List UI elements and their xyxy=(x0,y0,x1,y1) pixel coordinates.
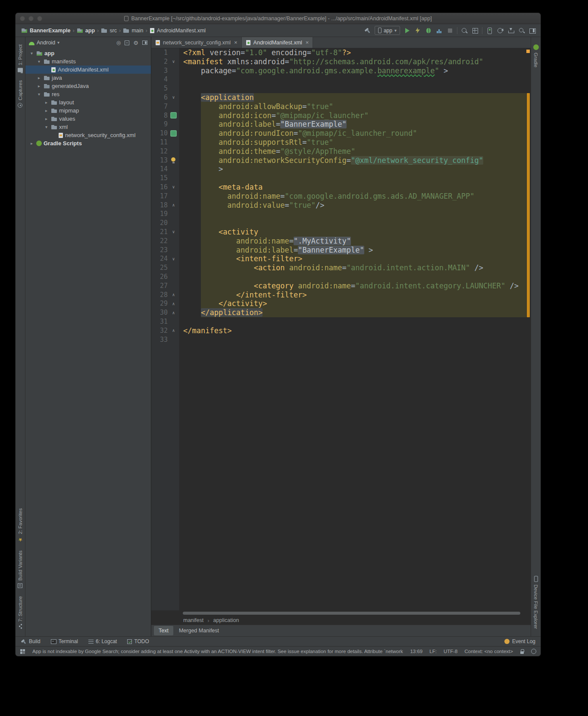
tree-item-res[interactable]: res xyxy=(25,90,151,98)
run-icon[interactable] xyxy=(403,27,411,34)
fold-marker[interactable] xyxy=(172,257,175,261)
breadcrumb-androidmanifest-xml[interactable]: AndroidManifest.xml xyxy=(148,28,207,34)
build-hammer-icon[interactable] xyxy=(364,27,372,34)
code-line-18[interactable]: android:value="true"/> xyxy=(183,201,519,210)
hide-panel-icon[interactable] xyxy=(142,41,147,45)
fold-marker[interactable] xyxy=(172,230,175,234)
window-titlebar[interactable]: BannerExample [~/src/github/android-exam… xyxy=(16,13,541,24)
close-icon[interactable] xyxy=(306,39,309,46)
code-line-24[interactable]: <intent-filter> xyxy=(183,254,519,263)
event-log-button[interactable]: Event Log xyxy=(504,638,535,644)
gradle-sync-icon[interactable] xyxy=(496,27,504,34)
view-tab-merged-manifest[interactable]: Merged Manifest xyxy=(174,626,224,635)
search-everywhere-icon[interactable] xyxy=(518,27,525,34)
minimize-button[interactable] xyxy=(28,16,34,21)
toolwindow-button-captures[interactable]: Captures xyxy=(18,76,23,112)
fold-marker[interactable] xyxy=(172,95,175,100)
code-line-7[interactable]: android:allowBackup="true" xyxy=(183,102,519,111)
fold-marker[interactable] xyxy=(172,59,175,64)
toolwindow-button-build[interactable]: Build xyxy=(21,638,41,644)
fold-marker[interactable] xyxy=(172,185,175,189)
chevron-right-icon[interactable] xyxy=(36,84,42,88)
collapse-all-icon[interactable] xyxy=(125,41,129,45)
line-separator-widget[interactable]: LF: xyxy=(429,649,437,654)
chevron-down-icon[interactable] xyxy=(57,41,59,45)
tree-item-xml[interactable]: xml xyxy=(25,123,151,131)
view-tab-text[interactable]: Text xyxy=(154,626,173,635)
code-line-11[interactable]: android:supportsRtl="true" xyxy=(183,138,519,147)
chevron-right-icon[interactable] xyxy=(44,116,49,121)
code-line-31[interactable] xyxy=(183,317,519,326)
code-line-2[interactable]: <manifest xmlns:android="http://schemas.… xyxy=(183,57,519,66)
code-line-25[interactable]: <action android:name="android.intent.act… xyxy=(183,263,519,272)
toolwindow-button-terminal[interactable]: Terminal xyxy=(51,638,78,644)
launcher-icon-preview[interactable] xyxy=(170,112,177,119)
readonly-lock-icon[interactable] xyxy=(520,649,524,654)
tree-item-androidmanifest-xml[interactable]: AndroidManifest.xml xyxy=(25,66,151,74)
settings-icon[interactable] xyxy=(133,40,138,46)
code-line-33[interactable] xyxy=(183,335,519,344)
tree-item-java[interactable]: java xyxy=(25,74,151,82)
code-line-13[interactable]: android:networkSecurityConfig="@xml/netw… xyxy=(183,156,519,165)
breadcrumb-app[interactable]: app xyxy=(75,28,96,34)
tree-item-layout[interactable]: layout xyxy=(25,98,151,106)
tree-item-values[interactable]: values xyxy=(25,115,151,123)
chevron-down-icon[interactable] xyxy=(36,59,42,64)
code-line-20[interactable] xyxy=(183,219,519,228)
stop-icon[interactable] xyxy=(446,27,454,34)
toolwindow-button-7-structure[interactable]: 7: Structure xyxy=(18,592,23,633)
toolwindow-switcher-icon[interactable] xyxy=(20,649,25,654)
chevron-down-icon[interactable] xyxy=(29,51,34,56)
chevron-right-icon[interactable] xyxy=(44,108,49,113)
code-line-12[interactable]: android:theme="@style/AppTheme" xyxy=(183,147,519,156)
code-line-4[interactable] xyxy=(183,75,519,84)
xml-breadcrumb-manifest[interactable]: manifest xyxy=(183,617,203,623)
xml-breadcrumb-application[interactable]: application xyxy=(213,617,239,623)
toolwindow-button-todo[interactable]: TODO xyxy=(127,638,149,644)
project-structure-icon[interactable] xyxy=(529,27,536,34)
code-editor[interactable]: 1234567891011121314151617181920212223242… xyxy=(151,48,531,610)
fold-marker[interactable] xyxy=(172,293,175,297)
code-line-3[interactable]: package="com.google.android.gms.example.… xyxy=(183,66,519,75)
tree-item-manifests[interactable]: manifests xyxy=(25,57,151,66)
close-button[interactable] xyxy=(20,16,25,21)
chevron-right-icon[interactable] xyxy=(36,75,42,80)
code-line-6[interactable]: <application xyxy=(183,93,519,102)
code-line-26[interactable] xyxy=(183,272,519,281)
code-line-19[interactable] xyxy=(183,209,519,219)
tree-item-app[interactable]: app xyxy=(25,49,151,57)
locate-file-icon[interactable] xyxy=(116,40,121,45)
inspection-status-marker[interactable] xyxy=(526,50,530,53)
launcher-icon-preview[interactable] xyxy=(170,130,177,137)
code-line-17[interactable]: android:name="com.google.android.gms.ads… xyxy=(183,192,519,201)
editor-tab-androidmanifest-xml[interactable]: AndroidManifest.xml xyxy=(242,37,313,48)
code-line-10[interactable]: android:roundIcon="@mipmap/ic_launcher_r… xyxy=(183,129,519,138)
breadcrumb-main[interactable]: main xyxy=(122,28,144,34)
breadcrumb-bannerexample[interactable]: BannerExample xyxy=(20,28,72,34)
encoding-widget[interactable]: UTF-8 xyxy=(444,649,458,654)
intention-bulb-icon[interactable] xyxy=(171,157,176,163)
code-line-16[interactable]: <meta-data xyxy=(183,183,519,192)
code-line-9[interactable]: android:label="BannerExample" xyxy=(183,120,519,129)
code-line-21[interactable]: <activity xyxy=(183,228,519,237)
code-line-30[interactable]: </application> xyxy=(183,308,519,317)
code-line-22[interactable]: android:name=".MyActivity" xyxy=(183,237,519,246)
toolwindow-button-build-variants[interactable]: Build Variants xyxy=(18,547,23,592)
debug-icon[interactable] xyxy=(425,27,432,34)
code-line-5[interactable] xyxy=(183,84,519,93)
chevron-down-icon[interactable] xyxy=(36,92,42,97)
toolwindow-button-1-project[interactable]: 1: Project xyxy=(18,41,23,76)
code-line-15[interactable] xyxy=(183,174,519,183)
fold-marker[interactable] xyxy=(172,328,175,333)
code-line-27[interactable]: <category android:name="android.intent.c… xyxy=(183,281,519,291)
code-line-29[interactable]: </activity> xyxy=(183,299,519,308)
apply-changes-icon[interactable] xyxy=(414,27,422,34)
project-view-selector[interactable]: Android xyxy=(37,40,55,46)
scrollbar-thumb[interactable] xyxy=(183,612,520,615)
close-icon[interactable] xyxy=(234,39,238,46)
code-line-28[interactable]: </intent-filter> xyxy=(183,291,519,300)
breadcrumb-src[interactable]: src xyxy=(100,28,118,34)
avd-manager-icon[interactable] xyxy=(485,27,493,34)
tree-item-generatedjava[interactable]: generatedJava xyxy=(25,82,151,90)
chevron-down-icon[interactable] xyxy=(44,125,49,129)
